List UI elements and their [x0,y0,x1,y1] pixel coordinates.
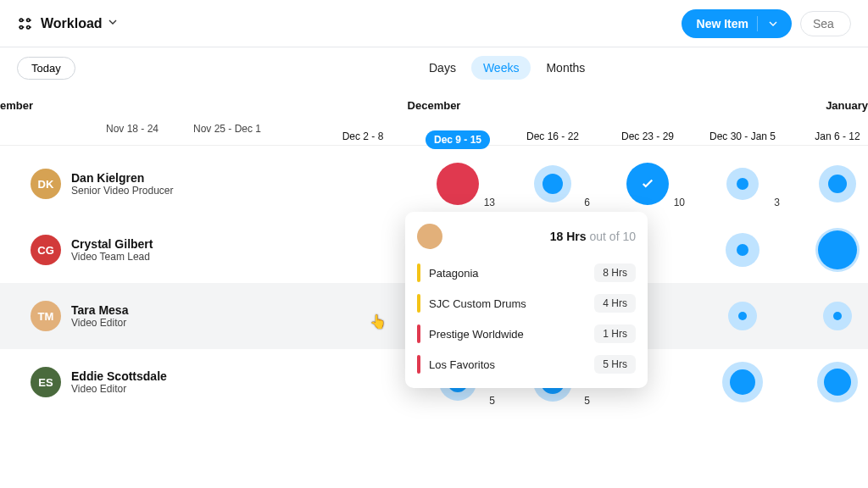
workload-cell[interactable]: 7 [790,349,868,415]
avatar: ES [31,367,61,397]
workload-popover: 18 Hrs out of 10 Patagonia 8 Hrs SJC Cus… [405,212,648,388]
svg-point-0 [19,19,22,21]
person-role: Video Team Lead [71,251,153,263]
avatar: TM [31,301,61,331]
task-name: Patagonia [429,267,586,280]
week-col[interactable]: Nov 18 - 24 [85,123,180,135]
task-row[interactable]: SJC Custom Drums 4 Hrs [417,288,636,319]
cell-value: 5 [584,395,590,407]
workload-cell[interactable] [220,349,315,415]
month-header: ember December January [0,88,868,112]
cell-value: 5 [489,395,495,407]
svg-point-3 [27,25,30,28]
task-row[interactable]: Patagonia 8 Hrs [417,258,636,288]
cell-value: 6 [584,197,590,208]
cell-value: 10 [674,197,685,208]
workload-cell[interactable] [315,349,410,415]
new-item-label: New Item [697,17,748,30]
month-label: ember [0,99,51,112]
toolbar: Today Days Weeks Months [0,47,868,88]
topbar: Workload New Item [0,0,868,47]
person-role: Senior Video Producer [71,185,174,197]
workload-cell[interactable]: 6 [505,151,600,217]
person-cell[interactable]: DK Dan Kielgren Senior Video Producer [0,169,220,199]
task-color-bar [417,355,420,374]
task-hours: 1 Hrs [594,324,636,343]
workload-cell[interactable] [315,217,410,283]
svg-point-1 [27,19,30,21]
tab-days[interactable]: Days [417,56,468,80]
person-name: Tara Mesa [71,303,128,317]
new-item-button[interactable]: New Item [682,9,792,38]
workload-cell[interactable] [315,283,410,349]
chevron-down-icon[interactable] [766,17,780,30]
task-hours: 4 Hrs [594,294,636,313]
today-button[interactable]: Today [17,57,75,80]
workload-cell[interactable] [315,151,410,217]
workload-cell[interactable]: 10 [600,151,695,217]
task-hours: 8 Hrs [594,263,636,282]
avatar: DK [31,169,61,199]
check-icon [640,176,655,191]
workload-cell[interactable]: 13 [410,151,505,217]
task-color-bar [417,324,420,343]
workload-cell[interactable]: 2 [790,283,868,349]
workload-icon [17,15,34,32]
person-role: Video Editor [71,317,128,329]
workload-cell[interactable]: 3 [695,151,790,217]
hours-summary: 18 Hrs out of 10 [550,230,636,243]
person-cell[interactable]: CG Crystal Gilbert Video Team Lead [0,235,220,265]
task-name: Los Favoritos [429,358,586,371]
month-label: January [826,99,868,112]
person-cell[interactable]: TM Tara Mesa Video Editor [0,301,220,331]
person-name: Eddie Scottsdale [71,369,167,383]
range-tabs: Days Weeks Months [417,56,597,80]
cell-value: 3 [774,197,780,208]
tab-weeks[interactable]: Weeks [471,56,531,80]
chevron-down-icon[interactable] [106,15,120,32]
person-role: Video Editor [71,383,167,395]
avatar: CG [31,235,61,265]
workload-cell[interactable]: 4 [790,151,868,217]
cell-value: 13 [484,197,495,208]
workload-cell[interactable] [695,283,790,349]
weeks-header: Nov 18 - 24 Nov 25 - Dec 1 [0,112,868,146]
tab-months[interactable]: Months [534,56,597,80]
workload-cell[interactable] [220,151,315,217]
divider [757,16,758,31]
page-title[interactable]: Workload [41,16,103,31]
avatar [417,224,442,249]
workload-cell[interactable] [695,217,790,283]
workload-cell[interactable] [220,217,315,283]
week-col[interactable]: Nov 25 - Dec 1 [180,123,275,135]
workload-cell[interactable] [695,349,790,415]
search-input[interactable] [800,11,851,36]
person-row: DK Dan Kielgren Senior Video Producer 13… [0,151,868,217]
task-color-bar [417,294,420,313]
person-cell[interactable]: ES Eddie Scottsdale Video Editor [0,367,220,397]
task-row[interactable]: Los Favoritos 5 Hrs [417,349,636,380]
task-name: SJC Custom Drums [429,297,586,310]
workload-cell[interactable]: 9 [790,217,868,283]
person-name: Crystal Gilbert [71,237,153,251]
task-name: Prestige Worldwide [429,328,586,341]
task-color-bar [417,263,420,282]
person-name: Dan Kielgren [71,171,174,185]
task-row[interactable]: Prestige Worldwide 1 Hrs [417,319,636,349]
month-label: December [408,99,461,112]
svg-point-2 [19,25,22,28]
task-hours: 5 Hrs [594,355,636,374]
workload-cell[interactable] [220,283,315,349]
